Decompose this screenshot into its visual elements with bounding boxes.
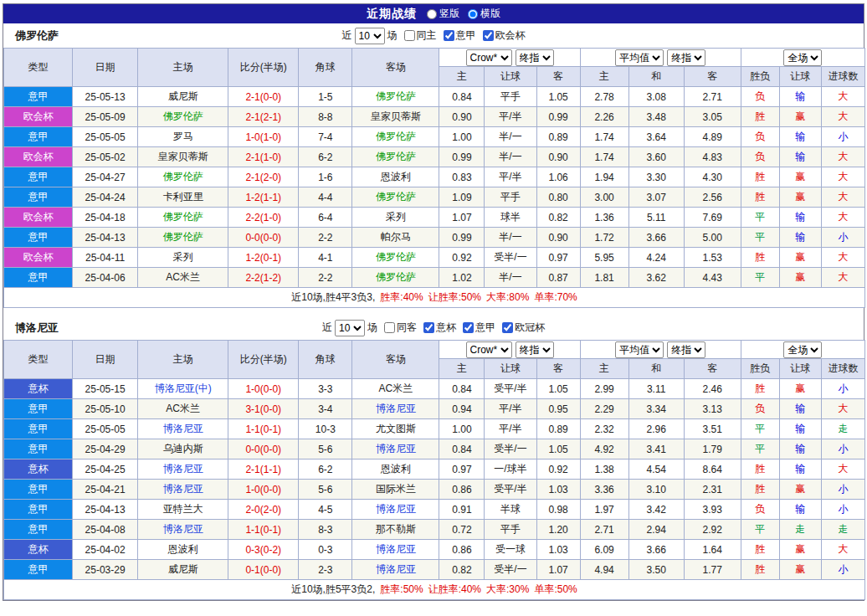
filter-checkbox-input-0-1[interactable]	[444, 30, 454, 41]
home-team[interactable]: 乌迪内斯	[138, 439, 228, 459]
odds-home: 0.84	[439, 87, 485, 107]
bookmaker-select[interactable]: Crow*	[466, 49, 512, 66]
home-team[interactable]: 博洛尼亚	[138, 419, 228, 439]
filter-checkbox-0-2[interactable]: 欧会杯	[483, 28, 526, 43]
home-team[interactable]: AC米兰	[138, 268, 228, 288]
col-avg-home: 主	[580, 67, 628, 87]
filter-checkbox-1-2[interactable]: 意甲	[463, 321, 495, 335]
filter-checkbox-1-1[interactable]: 意杯	[423, 321, 456, 335]
home-team[interactable]: 恩波利	[138, 540, 228, 560]
home-team[interactable]: 亚特兰大	[138, 500, 228, 520]
away-team[interactable]: 佛罗伦萨	[352, 268, 439, 288]
home-team[interactable]: 威尼斯	[138, 560, 228, 580]
period-select[interactable]: 全场	[783, 341, 822, 358]
filter-checkbox-0-1[interactable]: 意甲	[444, 28, 476, 43]
avg-stage-select[interactable]: 终指	[667, 49, 705, 66]
main-panel: 近期战绩 竖版横版 佛罗伦萨近10场同主意甲欧会杯类型日期主场比分(半场)角球客…	[3, 3, 864, 601]
home-team[interactable]: 卡利亚里	[138, 187, 228, 208]
match-date: 25-04-29	[73, 439, 138, 459]
recent-count-select[interactable]: 10	[355, 28, 385, 44]
period-select[interactable]: 全场	[783, 49, 822, 66]
away-team[interactable]: 帕尔马	[352, 228, 439, 248]
filter-checkbox-1-0[interactable]: 同客	[384, 321, 417, 335]
home-team[interactable]: 佛罗伦萨	[138, 208, 228, 228]
away-team[interactable]: 博洛尼亚	[352, 399, 439, 419]
odds-handicap: 受半/一	[485, 439, 536, 459]
match-type: 意甲	[4, 419, 73, 439]
home-team[interactable]: 佛罗伦萨	[138, 107, 228, 127]
away-team[interactable]: 博洛尼亚	[352, 560, 439, 580]
summary-segment: 近10场,胜5平3负2,	[291, 583, 375, 595]
away-team[interactable]: 佛罗伦萨	[352, 87, 439, 107]
filter-checkbox-input-1-2[interactable]	[463, 322, 474, 333]
away-team[interactable]: 佛罗伦萨	[352, 147, 439, 167]
odds-home: 0.97	[439, 459, 485, 480]
filter-checkbox-0-0[interactable]: 同主	[404, 28, 437, 43]
summary-segment: 单率:70%	[534, 291, 577, 303]
away-team[interactable]: 博洛尼亚	[352, 540, 439, 560]
filter-checkbox-label: 欧冠杯	[515, 321, 545, 335]
layout-option-0[interactable]: 竖版	[427, 7, 459, 21]
bookmaker-select[interactable]: Crow*	[466, 341, 512, 358]
away-team[interactable]: 尤文图斯	[352, 419, 439, 439]
avg-stage-select[interactable]: 终指	[667, 341, 705, 358]
odds-handicap: 受半/一	[485, 560, 536, 580]
match-row: 意杯25-04-25博洛尼亚2-1(1-1)6-2恩波利0.97一/球半0.92…	[4, 459, 865, 480]
match-type: 意甲	[4, 560, 73, 580]
home-team[interactable]: 博洛尼亚(中)	[138, 379, 228, 399]
result-winloss: 负	[741, 147, 779, 167]
match-date: 25-05-02	[73, 147, 138, 167]
match-type: 意甲	[4, 399, 73, 419]
home-team[interactable]: 博洛尼亚	[138, 520, 228, 540]
home-team[interactable]: 威尼斯	[138, 87, 228, 107]
layout-radio-1[interactable]	[468, 9, 478, 19]
home-team[interactable]: 博洛尼亚	[138, 480, 228, 500]
avg-home: 1.74	[580, 147, 628, 167]
away-team[interactable]: AC米兰	[352, 379, 439, 399]
result-winloss: 平	[741, 208, 779, 228]
home-team[interactable]: AC米兰	[138, 399, 228, 419]
home-team[interactable]: 佛罗伦萨	[138, 167, 228, 187]
away-team[interactable]: 佛罗伦萨	[352, 127, 439, 147]
result-winloss: 负	[741, 127, 779, 147]
filter-checkbox-1-3[interactable]: 欧冠杯	[502, 321, 545, 335]
odds-stage-select[interactable]: 终指	[516, 341, 554, 358]
away-team[interactable]: 那不勒斯	[352, 520, 439, 540]
filter-checkbox-input-1-3[interactable]	[502, 322, 513, 333]
match-score: 1-2(0-1)	[228, 248, 299, 268]
home-team[interactable]: 博洛尼亚	[138, 459, 228, 480]
odds-stage-select[interactable]: 终指	[516, 49, 554, 66]
away-team[interactable]: 恩波利	[352, 167, 439, 187]
avg-draw: 3.07	[628, 187, 684, 208]
away-team[interactable]: 佛罗伦萨	[352, 187, 439, 208]
filter-checkbox-input-0-2[interactable]	[483, 30, 494, 41]
filter-checkbox-input-1-0[interactable]	[384, 322, 395, 333]
result-handicap: 输	[779, 459, 821, 480]
home-team[interactable]: 罗马	[138, 127, 228, 147]
result-goals: 小	[821, 560, 864, 580]
avg-home: 2.32	[580, 419, 628, 439]
filter-checkbox-input-1-1[interactable]	[423, 322, 434, 333]
col-avg-away: 客	[684, 67, 741, 87]
recent-count-select[interactable]: 10	[335, 320, 365, 336]
away-team[interactable]: 皇家贝蒂斯	[352, 107, 439, 127]
avg-mode-select[interactable]: 平均值	[615, 49, 664, 66]
home-team[interactable]: 采列	[138, 248, 228, 268]
home-team[interactable]: 佛罗伦萨	[138, 228, 228, 248]
layout-option-1[interactable]: 横版	[468, 7, 500, 21]
filter-checkbox-input-0-0[interactable]	[404, 30, 415, 41]
odds-away: 0.89	[536, 419, 580, 439]
away-team[interactable]: 恩波利	[352, 459, 439, 480]
away-team[interactable]: 博洛尼亚	[352, 500, 439, 520]
home-team[interactable]: 皇家贝蒂斯	[138, 147, 228, 167]
layout-radio-0[interactable]	[427, 9, 437, 19]
away-team[interactable]: 佛罗伦萨	[352, 248, 439, 268]
avg-mode-select[interactable]: 平均值	[615, 341, 664, 358]
away-team[interactable]: 采列	[352, 208, 439, 228]
odds-home: 0.91	[439, 500, 485, 520]
away-team[interactable]: 博洛尼亚	[352, 439, 439, 459]
away-team[interactable]: 国际米兰	[352, 480, 439, 500]
matches-table: 类型日期主场比分(半场)角球客场Crow*终指平均值终指全场主让球客主和客胜负让…	[3, 48, 865, 308]
match-type: 意甲	[4, 439, 73, 459]
period-select-cell: 全场	[741, 49, 864, 67]
